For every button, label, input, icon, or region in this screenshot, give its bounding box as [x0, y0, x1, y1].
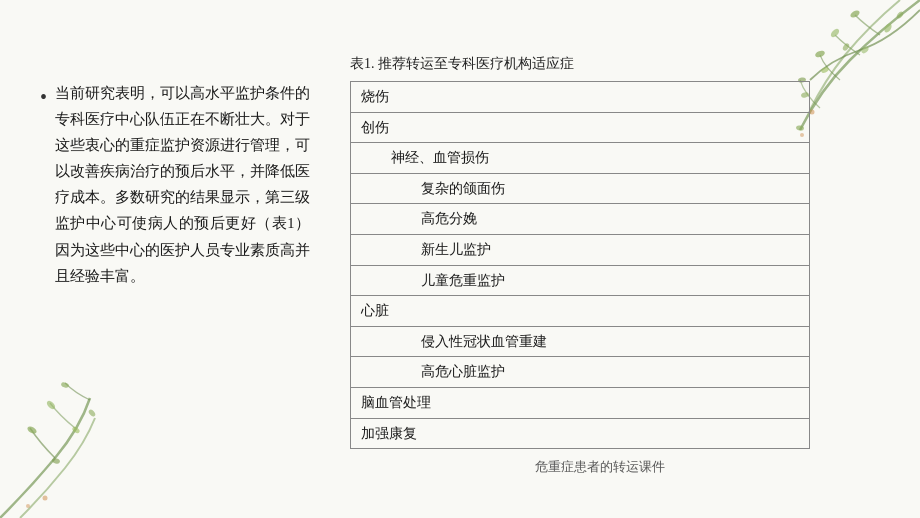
table-cell: 新生儿监护	[351, 234, 810, 265]
table-cell: 脑血管处理	[351, 387, 810, 418]
table-row: 脑血管处理	[351, 387, 810, 418]
svg-point-10	[896, 10, 905, 19]
left-content: • 当前研究表明，可以高水平监护条件的专科医疗中心队伍正在不断壮大。对于这些衷心…	[40, 80, 310, 289]
svg-point-18	[88, 408, 97, 417]
svg-point-20	[26, 504, 30, 508]
table-row: 侵入性冠状血管重建	[351, 326, 810, 357]
svg-point-5	[860, 46, 869, 55]
svg-point-14	[45, 399, 56, 410]
table-cell: 烧伤	[351, 82, 810, 113]
table-row: 神经、血管损伤	[351, 143, 810, 174]
table-cell: 加强康复	[351, 418, 810, 449]
svg-point-9	[883, 22, 893, 34]
right-content: 表1. 推荐转运至专科医疗机构适应症 烧伤创伤神经、血管损伤复杂的颌面伤高危分娩…	[350, 55, 850, 476]
data-table: 烧伤创伤神经、血管损伤复杂的颌面伤高危分娩新生儿监护儿童危重监护心脏侵入性冠状血…	[350, 81, 810, 449]
table-row: 心脏	[351, 296, 810, 327]
bullet-dot: •	[40, 82, 47, 112]
table-cell: 高危分娩	[351, 204, 810, 235]
table-cell: 创伤	[351, 112, 810, 143]
svg-point-0	[849, 9, 861, 19]
svg-point-13	[26, 425, 38, 435]
svg-point-16	[51, 458, 60, 465]
bullet-text: 当前研究表明，可以高水平监护条件的专科医疗中心队伍正在不断壮大。对于这些衷心的重…	[55, 80, 310, 289]
slide: • 当前研究表明，可以高水平监护条件的专科医疗中心队伍正在不断壮大。对于这些衷心…	[0, 0, 920, 518]
table-caption: 危重症患者的转运课件	[350, 459, 850, 476]
svg-point-19	[43, 496, 48, 501]
table-cell: 儿童危重监护	[351, 265, 810, 296]
table-row: 创伤	[351, 112, 810, 143]
table-cell: 复杂的颌面伤	[351, 173, 810, 204]
table-row: 儿童危重监护	[351, 265, 810, 296]
table-row: 烧伤	[351, 82, 810, 113]
svg-point-1	[829, 27, 840, 38]
table-cell: 高危心脏监护	[351, 357, 810, 388]
table-row: 新生儿监护	[351, 234, 810, 265]
table-row: 复杂的颌面伤	[351, 173, 810, 204]
bullet-item: • 当前研究表明，可以高水平监护条件的专科医疗中心队伍正在不断壮大。对于这些衷心…	[40, 80, 310, 289]
svg-point-15	[60, 381, 69, 388]
table-cell: 心脏	[351, 296, 810, 327]
table-cell: 神经、血管损伤	[351, 143, 810, 174]
table-row: 高危心脏监护	[351, 357, 810, 388]
table-cell: 侵入性冠状血管重建	[351, 326, 810, 357]
svg-point-17	[71, 426, 80, 435]
table-row: 高危分娩	[351, 204, 810, 235]
svg-point-6	[842, 42, 851, 51]
table-row: 加强康复	[351, 418, 810, 449]
deco-bottom-left	[0, 358, 120, 518]
table-title: 表1. 推荐转运至专科医疗机构适应症	[350, 55, 850, 73]
